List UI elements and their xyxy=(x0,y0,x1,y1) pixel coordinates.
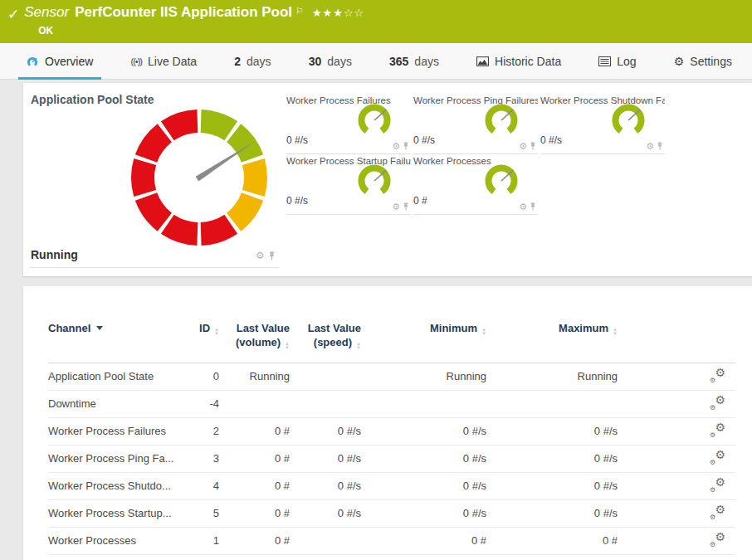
tab-live-data[interactable]: Live Data xyxy=(122,43,205,80)
column-header-last-value-speed[interactable]: Last Value (speed) xyxy=(290,311,361,363)
mini-gauge-dial xyxy=(482,100,520,139)
mini-gauge-tile-worker-process-ping-failures: Worker Process Ping Failures 0 #/s xyxy=(413,94,538,154)
star-rating[interactable]: ★★★☆☆ xyxy=(312,4,364,22)
table-row: Worker Process Shutdo... 4 0 # 0 #/s 0 #… xyxy=(48,472,735,499)
pin-icon[interactable] xyxy=(403,202,409,211)
channel-id: 3 xyxy=(189,445,219,472)
edit-channel-icon[interactable] xyxy=(710,368,725,382)
channel-last-speed: 0 #/s xyxy=(290,499,361,527)
channel-name[interactable]: Worker Process Shutdo... xyxy=(48,472,189,499)
sort-icon xyxy=(613,328,618,336)
tab-label: Live Data xyxy=(148,55,197,68)
mini-gauge-dial xyxy=(609,100,647,139)
star-filled-icon[interactable]: ★ xyxy=(312,7,323,19)
tab-2-days[interactable]: 2 days xyxy=(226,43,279,80)
edit-channel-icon[interactable] xyxy=(710,533,725,547)
mini-gauge-value: 0 #/s xyxy=(286,134,308,146)
sort-icon xyxy=(285,342,290,350)
sensor-title: PerfCounter IIS Application Pool xyxy=(75,3,292,22)
tab-label: days xyxy=(247,55,271,68)
gauge-segment-red xyxy=(135,124,172,163)
mini-gauge-tile-worker-process-startup-failures: Worker Process Startup Failu... 0 #/s xyxy=(286,154,411,215)
channel-name[interactable]: Worker Processes xyxy=(48,527,189,554)
tab-label: Settings xyxy=(690,55,732,68)
channel-maximum: 0 #/s xyxy=(486,417,618,445)
flag-icon[interactable]: ⚐ xyxy=(295,2,304,20)
table-row: Worker Processes 1 0 # 0 # 0 # xyxy=(48,527,735,554)
edit-channel-icon[interactable] xyxy=(710,478,725,492)
status-check-icon: ✓ xyxy=(7,6,19,43)
channel-minimum: Running xyxy=(361,363,486,390)
mini-gauge-dial xyxy=(355,100,393,139)
star-filled-icon[interactable]: ★ xyxy=(333,7,344,19)
pin-icon[interactable] xyxy=(403,142,409,150)
tab-label: Overview xyxy=(45,55,93,68)
star-empty-icon[interactable]: ☆ xyxy=(344,7,354,19)
tab-number: 30 xyxy=(309,55,322,68)
pin-icon[interactable] xyxy=(657,142,663,150)
pin-icon[interactable] xyxy=(530,202,536,211)
gauges-panel: Application Pool State Running Worker Pr… xyxy=(23,83,752,276)
channel-id: 5 xyxy=(189,499,219,527)
table-row: Downtime -4 xyxy=(48,390,735,417)
channels-table: Channel ID Last Value (volume) Last Valu… xyxy=(48,311,735,555)
tab-label: Historic Data xyxy=(495,55,561,68)
tab-historic-data[interactable]: Historic Data xyxy=(468,43,569,80)
channel-last-volume: 0 # xyxy=(219,417,290,445)
object-kind-label: Sensor xyxy=(24,3,69,22)
sort-icon xyxy=(356,342,361,350)
gear-icon[interactable] xyxy=(256,251,265,261)
column-header-minimum[interactable]: Minimum xyxy=(361,311,486,363)
column-header-maximum[interactable]: Maximum xyxy=(486,311,618,363)
tab-365-days[interactable]: 365 days xyxy=(381,43,447,80)
tab-number: 365 xyxy=(389,55,408,68)
channel-name[interactable]: Worker Process Failures xyxy=(48,417,189,445)
channel-minimum: 0 #/s xyxy=(361,472,486,499)
channel-name[interactable]: Downtime xyxy=(48,390,189,417)
channel-minimum: 0 #/s xyxy=(361,499,486,527)
tab-settings[interactable]: Settings xyxy=(666,43,740,80)
sensor-status-badge: OK xyxy=(38,25,364,37)
channel-name[interactable]: Worker Process Ping Fa... xyxy=(48,445,189,472)
gear-icon[interactable] xyxy=(519,141,527,151)
table-row: Worker Process Failures 2 0 # 0 #/s 0 #/… xyxy=(48,417,735,445)
gear-icon[interactable] xyxy=(519,202,527,212)
channel-last-speed: 0 #/s xyxy=(290,445,361,472)
edit-channel-icon[interactable] xyxy=(710,450,725,465)
channel-maximum: 0 #/s xyxy=(486,472,618,499)
column-header-id[interactable]: ID xyxy=(189,311,219,363)
column-header-last-value-volume[interactable]: Last Value (volume) xyxy=(219,311,290,363)
channel-last-volume: 0 # xyxy=(219,499,290,527)
channel-maximum: 0 # xyxy=(486,527,618,554)
mini-gauge-dial xyxy=(355,161,393,199)
divider xyxy=(31,267,279,268)
sort-icon xyxy=(481,328,486,336)
edit-channel-icon[interactable] xyxy=(710,505,725,519)
pin-icon[interactable] xyxy=(530,142,536,150)
channel-id: 1 xyxy=(189,527,219,554)
mini-gauge-tile-worker-process-failures: Worker Process Failures 0 #/s xyxy=(286,94,411,154)
channel-name[interactable]: Worker Process Startup... xyxy=(48,499,189,527)
channel-last-volume: 0 # xyxy=(219,527,290,554)
column-header-channel[interactable]: Channel xyxy=(48,311,189,363)
application-pool-state-gauge xyxy=(129,107,270,248)
channel-name[interactable]: Application Pool State xyxy=(48,363,189,390)
tab-label: days xyxy=(327,55,352,68)
tab-overview[interactable]: Overview xyxy=(18,43,101,80)
channel-last-speed xyxy=(290,527,361,554)
chart-icon xyxy=(476,56,489,66)
gear-icon[interactable] xyxy=(392,202,400,212)
star-filled-icon[interactable]: ★ xyxy=(323,7,334,19)
channel-minimum xyxy=(361,390,486,417)
pin-icon[interactable] xyxy=(268,251,276,261)
gauge-segment-red xyxy=(135,192,172,231)
channel-last-speed xyxy=(290,390,361,417)
star-empty-icon[interactable]: ☆ xyxy=(354,7,365,19)
gear-icon[interactable] xyxy=(646,141,654,151)
tab-label: days xyxy=(414,55,439,68)
edit-channel-icon[interactable] xyxy=(710,396,725,410)
tab-log[interactable]: Log xyxy=(590,43,644,80)
tab-30-days[interactable]: 30 days xyxy=(300,43,360,80)
gear-icon[interactable] xyxy=(392,141,400,151)
edit-channel-icon[interactable] xyxy=(710,423,725,437)
